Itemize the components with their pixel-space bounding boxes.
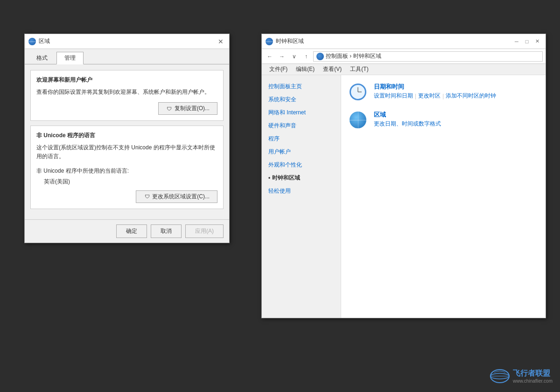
region-dialog: 区域 ✕ 格式 管理 欢迎屏幕和新用户帐户 查看你的国际设置并将其复制到欢迎屏幕… [24,34,230,243]
apply-button[interactable]: 应用(A) [185,224,224,238]
dialog-title: 区域 [39,37,216,45]
panel-main: 日期和时间 设置时间和日期 | 更改时区 | 添加不同时区的时钟 [341,75,546,318]
dialog-footer: 确定 取消 应用(A) [25,219,229,243]
welcome-text: 查看你的国际设置并将其复制到欢迎屏幕、系统帐户和新的用户帐户。 [36,88,217,97]
menu-edit[interactable]: 编辑(E) [292,64,318,75]
unicode-section: 非 Unicode 程序的语言 这个设置(系统区域设置)控制在不支持 Unico… [30,126,224,209]
panel-globe-icon [266,38,273,45]
watermark-brand: 飞行者联盟 [513,369,553,378]
menu-bar: 文件(F) 编辑(E) 查看(V) 工具(T) [262,64,546,75]
sidebar-item-home[interactable]: 控制面板主页 [262,80,341,93]
datetime-links: 设置时间和日期 | 更改时区 | 添加不同时区的时钟 [374,92,538,100]
sidebar-item-clock[interactable]: 时钟和区域 [262,171,341,184]
recent-button[interactable]: ∨ [289,51,299,62]
clock-icon [349,83,367,101]
ok-button[interactable]: 确定 [116,224,147,238]
maximize-button[interactable]: □ [522,37,532,46]
control-panel-window: 时钟和区域 ─ □ ✕ ← → ∨ ↑ 控制面板 › 时钟和区域 文件(F) 编… [261,34,546,318]
sidebar-item-appearance[interactable]: 外观和个性化 [262,158,341,171]
unicode-title: 非 Unicode 程序的语言 [36,132,217,140]
tab-manage[interactable]: 管理 [56,52,84,64]
watermark-logo [490,368,510,385]
menu-tools[interactable]: 工具(T) [346,64,372,75]
unicode-text: 这个设置(系统区域设置)控制在不支持 Unicode 的程序中显示文本时所使用的… [36,143,217,161]
change-locale-button[interactable]: 🛡 更改系统区域设置(C)... [136,190,217,203]
region-title[interactable]: 区域 [374,111,538,119]
dialog-icon [28,38,36,45]
current-lang-label: 非 Unicode 程序中所使用的当前语言: [36,167,217,175]
window-controls: ─ □ ✕ [512,37,542,46]
set-time-link[interactable]: 设置时间和日期 [374,92,413,100]
sidebar-item-programs[interactable]: 程序 [262,132,341,145]
sidebar-item-network[interactable]: 网络和 Internet [262,106,341,119]
clock-visual [350,84,366,100]
minimize-button[interactable]: ─ [512,37,521,46]
sidebar-item-hardware[interactable]: 硬件和声音 [262,119,341,132]
region-info: 区域 更改日期、时间或数字格式 [374,111,538,129]
change-format-link[interactable]: 更改日期、时间或数字格式 [374,120,441,128]
up-button[interactable]: ↑ [301,51,311,62]
globe-cp-visual [350,112,366,128]
panel-icon [266,38,273,45]
copy-settings-button[interactable]: 🛡 复制设置(O)... [158,102,217,115]
watermark: 飞行者联盟 www.chinaflier.com [490,368,553,385]
address-bar: ← → ∨ ↑ 控制面板 › 时钟和区域 [262,49,546,64]
shield-icon-2: 🛡 [144,193,150,200]
close-button[interactable]: ✕ [216,37,225,46]
region-item: 区域 更改日期、时间或数字格式 [349,111,538,129]
dialog-tabs: 格式 管理 [25,49,229,64]
cancel-button[interactable]: 取消 [151,224,182,238]
welcome-section: 欢迎屏幕和新用户帐户 查看你的国际设置并将其复制到欢迎屏幕、系统帐户和新的用户帐… [30,70,224,121]
tab-format[interactable]: 格式 [28,52,56,64]
dialog-content: 欢迎屏幕和新用户帐户 查看你的国际设置并将其复制到欢迎屏幕、系统帐户和新的用户帐… [25,64,229,219]
current-language: 英语(美国) [36,178,217,186]
watermark-url: www.chinaflier.com [513,378,553,384]
welcome-title: 欢迎屏幕和新用户帐户 [36,76,217,84]
sidebar-item-users[interactable]: 用户帐户 [262,145,341,158]
panel-titlebar: 时钟和区域 ─ □ ✕ [262,34,546,49]
panel-title: 时钟和区域 [276,37,512,45]
datetime-info: 日期和时间 设置时间和日期 | 更改时区 | 添加不同时区的时钟 [374,83,538,101]
address-field[interactable]: 控制面板 › 时钟和区域 [313,51,543,62]
add-timezone-link[interactable]: 添加不同时区的时钟 [446,92,496,100]
datetime-item: 日期和时间 设置时间和日期 | 更改时区 | 添加不同时区的时钟 [349,83,538,101]
sidebar-item-security[interactable]: 系统和安全 [262,93,341,106]
region-links: 更改日期、时间或数字格式 [374,120,538,128]
datetime-title[interactable]: 日期和时间 [374,83,538,91]
address-globe-icon [316,53,324,60]
change-timezone-link[interactable]: 更改时区 [418,92,441,100]
menu-file[interactable]: 文件(F) [266,64,291,75]
panel-body: 控制面板主页 系统和安全 网络和 Internet 硬件和声音 程序 用户帐户 … [262,75,546,318]
close-panel-button[interactable]: ✕ [532,37,542,46]
region-icon [349,111,367,129]
menu-view[interactable]: 查看(V) [319,64,345,75]
globe-icon [28,38,36,45]
forward-button[interactable]: → [277,51,287,62]
dialog-titlebar: 区域 ✕ [25,34,229,49]
shield-icon: 🛡 [166,105,173,112]
sidebar-item-ease[interactable]: 轻松使用 [262,184,341,197]
panel-sidebar: 控制面板主页 系统和安全 网络和 Internet 硬件和声音 程序 用户帐户 … [262,75,341,318]
address-path: 控制面板 › 时钟和区域 [326,52,381,60]
back-button[interactable]: ← [265,51,275,62]
desktop: 区域 ✕ 格式 管理 欢迎屏幕和新用户帐户 查看你的国际设置并将其复制到欢迎屏幕… [0,0,560,392]
